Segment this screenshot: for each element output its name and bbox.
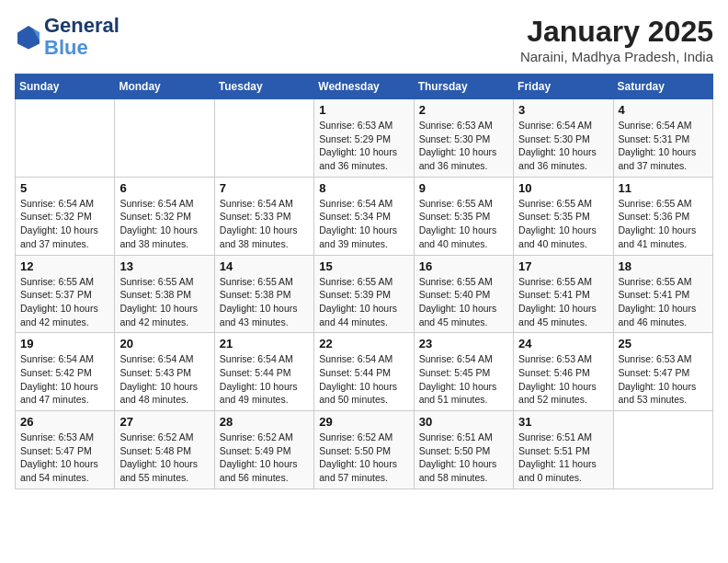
weekday-row: SundayMondayTuesdayWednesdayThursdayFrid… — [16, 75, 713, 99]
day-info: Sunrise: 6:54 AM Sunset: 5:42 PM Dayligh… — [20, 352, 109, 407]
calendar-cell: 19Sunrise: 6:54 AM Sunset: 5:42 PM Dayli… — [16, 333, 115, 411]
calendar-week-row: 5Sunrise: 6:54 AM Sunset: 5:32 PM Daylig… — [16, 177, 713, 255]
weekday-header: Thursday — [414, 75, 513, 99]
day-number: 4 — [619, 103, 708, 117]
svg-marker-0 — [17, 26, 40, 50]
day-info: Sunrise: 6:54 AM Sunset: 5:44 PM Dayligh… — [319, 352, 408, 407]
title-area: January 2025 Naraini, Madhya Pradesh, In… — [520, 15, 713, 64]
weekday-header: Tuesday — [214, 75, 313, 99]
calendar-cell: 5Sunrise: 6:54 AM Sunset: 5:32 PM Daylig… — [16, 177, 115, 255]
day-info: Sunrise: 6:55 AM Sunset: 5:40 PM Dayligh… — [419, 275, 508, 329]
calendar-cell: 7Sunrise: 6:54 AM Sunset: 5:33 PM Daylig… — [214, 177, 313, 255]
logo: GeneralBlue — [15, 15, 119, 59]
day-number: 1 — [319, 103, 408, 117]
day-info: Sunrise: 6:53 AM Sunset: 5:46 PM Dayligh… — [518, 352, 608, 407]
day-info: Sunrise: 6:55 AM Sunset: 5:35 PM Dayligh… — [518, 197, 608, 251]
weekday-header: Saturday — [613, 75, 712, 99]
day-number: 16 — [419, 259, 508, 273]
calendar-cell — [613, 411, 712, 489]
day-info: Sunrise: 6:53 AM Sunset: 5:47 PM Dayligh… — [619, 352, 708, 407]
day-number: 2 — [419, 103, 508, 117]
calendar-cell: 24Sunrise: 6:53 AM Sunset: 5:46 PM Dayli… — [514, 333, 613, 411]
calendar-cell — [16, 99, 115, 178]
calendar-cell: 9Sunrise: 6:55 AM Sunset: 5:35 PM Daylig… — [414, 177, 513, 255]
day-number: 29 — [319, 415, 408, 429]
day-info: Sunrise: 6:51 AM Sunset: 5:51 PM Dayligh… — [518, 431, 608, 485]
day-info: Sunrise: 6:55 AM Sunset: 5:39 PM Dayligh… — [319, 275, 408, 329]
day-number: 27 — [119, 415, 209, 429]
day-info: Sunrise: 6:54 AM Sunset: 5:44 PM Dayligh… — [220, 352, 309, 407]
calendar-cell: 17Sunrise: 6:55 AM Sunset: 5:41 PM Dayli… — [514, 255, 613, 333]
calendar-cell: 16Sunrise: 6:55 AM Sunset: 5:40 PM Dayli… — [414, 255, 513, 333]
calendar-cell — [214, 99, 313, 178]
day-info: Sunrise: 6:52 AM Sunset: 5:48 PM Dayligh… — [119, 431, 209, 485]
day-number: 11 — [619, 181, 708, 195]
day-info: Sunrise: 6:52 AM Sunset: 5:49 PM Dayligh… — [220, 431, 309, 485]
calendar-cell: 6Sunrise: 6:54 AM Sunset: 5:32 PM Daylig… — [115, 177, 214, 255]
logo-text: GeneralBlue — [44, 15, 119, 59]
weekday-header: Sunday — [16, 75, 115, 99]
calendar-cell: 20Sunrise: 6:54 AM Sunset: 5:43 PM Dayli… — [115, 333, 214, 411]
day-info: Sunrise: 6:53 AM Sunset: 5:30 PM Dayligh… — [419, 119, 508, 173]
calendar-cell: 4Sunrise: 6:54 AM Sunset: 5:31 PM Daylig… — [613, 99, 712, 178]
logo-icon — [15, 23, 42, 51]
calendar-cell: 27Sunrise: 6:52 AM Sunset: 5:48 PM Dayli… — [115, 411, 214, 489]
calendar-cell: 18Sunrise: 6:55 AM Sunset: 5:41 PM Dayli… — [613, 255, 712, 333]
day-number: 15 — [319, 259, 408, 273]
calendar-cell — [115, 99, 214, 178]
day-number: 28 — [220, 415, 309, 429]
day-info: Sunrise: 6:55 AM Sunset: 5:41 PM Dayligh… — [518, 275, 608, 329]
day-number: 24 — [518, 337, 608, 350]
day-info: Sunrise: 6:53 AM Sunset: 5:29 PM Dayligh… — [319, 119, 408, 173]
day-info: Sunrise: 6:54 AM Sunset: 5:30 PM Dayligh… — [518, 119, 608, 173]
day-number: 5 — [20, 181, 109, 195]
day-number: 12 — [20, 259, 109, 273]
day-number: 14 — [220, 259, 309, 273]
day-info: Sunrise: 6:55 AM Sunset: 5:41 PM Dayligh… — [619, 275, 708, 329]
day-number: 10 — [518, 181, 608, 195]
day-info: Sunrise: 6:55 AM Sunset: 5:37 PM Dayligh… — [20, 275, 109, 329]
location: Naraini, Madhya Pradesh, India — [520, 49, 713, 64]
day-number: 6 — [119, 181, 209, 195]
day-number: 31 — [518, 415, 608, 429]
calendar-cell: 12Sunrise: 6:55 AM Sunset: 5:37 PM Dayli… — [16, 255, 115, 333]
calendar-week-row: 1Sunrise: 6:53 AM Sunset: 5:29 PM Daylig… — [16, 99, 713, 178]
calendar-cell: 23Sunrise: 6:54 AM Sunset: 5:45 PM Dayli… — [414, 333, 513, 411]
day-info: Sunrise: 6:55 AM Sunset: 5:35 PM Dayligh… — [419, 197, 508, 251]
calendar-cell: 10Sunrise: 6:55 AM Sunset: 5:35 PM Dayli… — [514, 177, 613, 255]
calendar-cell: 11Sunrise: 6:55 AM Sunset: 5:36 PM Dayli… — [613, 177, 712, 255]
calendar-table: SundayMondayTuesdayWednesdayThursdayFrid… — [15, 74, 713, 489]
calendar-cell: 22Sunrise: 6:54 AM Sunset: 5:44 PM Dayli… — [314, 333, 414, 411]
calendar-cell: 31Sunrise: 6:51 AM Sunset: 5:51 PM Dayli… — [514, 411, 613, 489]
day-info: Sunrise: 6:54 AM Sunset: 5:32 PM Dayligh… — [20, 197, 109, 251]
calendar-cell: 28Sunrise: 6:52 AM Sunset: 5:49 PM Dayli… — [214, 411, 313, 489]
weekday-header: Friday — [514, 75, 613, 99]
calendar-cell: 15Sunrise: 6:55 AM Sunset: 5:39 PM Dayli… — [314, 255, 414, 333]
calendar-body: 1Sunrise: 6:53 AM Sunset: 5:29 PM Daylig… — [16, 99, 713, 489]
day-info: Sunrise: 6:52 AM Sunset: 5:50 PM Dayligh… — [319, 431, 408, 485]
day-number: 25 — [619, 337, 708, 350]
day-info: Sunrise: 6:54 AM Sunset: 5:34 PM Dayligh… — [319, 197, 408, 251]
day-number: 20 — [119, 337, 209, 350]
calendar-cell: 25Sunrise: 6:53 AM Sunset: 5:47 PM Dayli… — [613, 333, 712, 411]
day-info: Sunrise: 6:51 AM Sunset: 5:50 PM Dayligh… — [419, 431, 508, 485]
calendar-cell: 13Sunrise: 6:55 AM Sunset: 5:38 PM Dayli… — [115, 255, 214, 333]
calendar-week-row: 19Sunrise: 6:54 AM Sunset: 5:42 PM Dayli… — [16, 333, 713, 411]
calendar-cell: 29Sunrise: 6:52 AM Sunset: 5:50 PM Dayli… — [314, 411, 414, 489]
calendar-cell: 2Sunrise: 6:53 AM Sunset: 5:30 PM Daylig… — [414, 99, 513, 178]
calendar-cell: 30Sunrise: 6:51 AM Sunset: 5:50 PM Dayli… — [414, 411, 513, 489]
page-header: GeneralBlue January 2025 Naraini, Madhya… — [15, 15, 713, 64]
day-info: Sunrise: 6:54 AM Sunset: 5:43 PM Dayligh… — [119, 352, 209, 407]
day-number: 9 — [419, 181, 508, 195]
day-info: Sunrise: 6:54 AM Sunset: 5:33 PM Dayligh… — [220, 197, 309, 251]
day-info: Sunrise: 6:55 AM Sunset: 5:38 PM Dayligh… — [119, 275, 209, 329]
weekday-header: Monday — [115, 75, 214, 99]
day-number: 19 — [20, 337, 109, 350]
day-number: 22 — [319, 337, 408, 350]
calendar-week-row: 12Sunrise: 6:55 AM Sunset: 5:37 PM Dayli… — [16, 255, 713, 333]
day-number: 23 — [419, 337, 508, 350]
day-info: Sunrise: 6:54 AM Sunset: 5:32 PM Dayligh… — [119, 197, 209, 251]
day-info: Sunrise: 6:55 AM Sunset: 5:38 PM Dayligh… — [220, 275, 309, 329]
calendar-cell: 14Sunrise: 6:55 AM Sunset: 5:38 PM Dayli… — [214, 255, 313, 333]
day-number: 8 — [319, 181, 408, 195]
